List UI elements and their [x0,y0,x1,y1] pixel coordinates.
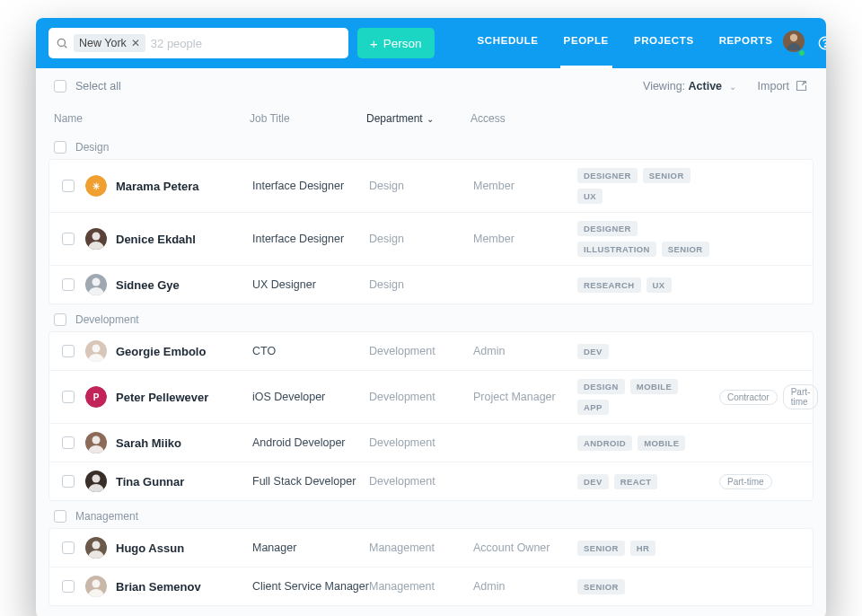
status-pill: Contractor [719,390,778,405]
status-pill: Part-time [783,384,819,409]
person-name: Denice Ekdahl [116,233,196,246]
job-title: Manager [252,541,369,554]
group-checkbox[interactable] [54,313,66,326]
tag: ILLUSTRATION [577,242,656,257]
help-icon[interactable] [817,35,826,51]
tag-list: DESIGNERSENIORUX [577,168,712,204]
job-title: Android Developer [252,436,369,449]
top-bar: New York ✕ 32 people + Person SCHEDULEPE… [36,18,826,68]
tag-list: DEVREACT [577,474,712,489]
table-row[interactable]: Brian Semenov Client Service Manager Man… [49,568,813,605]
department: Development [369,436,473,449]
row-checkbox[interactable] [62,436,75,449]
person-avatar: P [85,386,107,408]
svg-point-8 [92,278,101,286]
col-name[interactable]: Name [54,112,250,125]
search-result-count: 32 people [151,37,202,50]
table-row[interactable]: Sarah Miiko Android Developer Developmen… [49,424,813,462]
person-avatar: ✳ [85,175,107,197]
nav-schedule[interactable]: SCHEDULE [476,26,541,60]
access-level: Admin [473,345,577,357]
nav-people[interactable]: PEOPLE [562,26,611,60]
department: Management [369,580,473,593]
group-checkbox[interactable] [54,510,66,523]
chevron-down-icon: ⌄ [427,114,434,124]
access-level: Project Manager [473,391,577,403]
group-header: Design [36,132,826,159]
group-checkbox[interactable] [54,141,66,154]
close-icon[interactable]: ✕ [131,37,140,49]
nav-projects[interactable]: PROJECTS [632,26,696,60]
person-name: Georgie Embolo [116,345,206,358]
person-name: Hugo Assun [116,541,184,555]
row-checkbox[interactable] [62,475,75,488]
person-name: Sidnee Gye [116,278,180,292]
tag-list: SENIORHR [577,541,712,556]
col-job[interactable]: Job Title [250,112,366,125]
table-row[interactable]: Georgie Embolo CTO Development Admin DEV [49,332,813,371]
svg-point-0 [57,39,65,46]
tag: SENIOR [662,242,709,257]
select-all-checkbox[interactable] [54,80,66,92]
table-row[interactable]: ✳ Marama Petera Interface Designer Desig… [49,160,813,213]
tag: ANDROID [577,436,632,451]
table-row[interactable]: P Peter Pellewever iOS Developer Develop… [49,371,813,424]
plus-icon: + [370,37,378,50]
table-row[interactable]: Hugo Assun Manager Management Account Ow… [49,529,813,568]
tag: RESEARCH [577,277,641,293]
search-filter-chip[interactable]: New York ✕ [74,34,145,52]
tag: APP [577,400,609,415]
row-checkbox[interactable] [62,233,75,245]
viewing-filter[interactable]: Viewing: Active ⌄ [643,80,736,92]
viewing-label: Viewing: [643,80,685,92]
tag-list: DESIGNMOBILEAPP [577,379,712,415]
col-department[interactable]: Department ⌄ [366,112,471,125]
tag: DESIGNER [577,221,638,236]
row-checkbox[interactable] [62,345,75,357]
row-checkbox[interactable] [62,180,75,192]
import-icon [795,79,808,92]
tag-list: RESEARCHUX [577,277,712,293]
search-chip-label: New York [79,37,127,49]
tag: DEV [577,344,609,359]
svg-point-10 [92,345,101,353]
select-all-label[interactable]: Select all [75,80,121,92]
person-name: Marama Petera [116,180,199,193]
add-button-label: Person [383,37,422,50]
person-name: Sarah Miiko [116,436,181,450]
tag: DEV [577,474,609,489]
access-level: Account Owner [473,541,577,554]
column-headers: Name Job Title Department ⌄ Access [36,100,826,132]
department: Design [369,233,473,245]
group-name: Design [75,141,109,154]
current-user-avatar[interactable] [783,31,805,56]
import-button[interactable]: Import [758,79,808,92]
person-name: Brian Semenov [116,580,201,594]
search-input[interactable]: New York ✕ 32 people [48,28,348,58]
tag: DESIGNER [577,168,638,183]
table-row[interactable]: Denice Ekdahl Interface Designer Design … [49,213,813,266]
svg-point-18 [92,580,101,588]
row-checkbox[interactable] [62,278,75,291]
tag: MOBILE [630,379,678,394]
app-window: New York ✕ 32 people + Person SCHEDULEPE… [36,18,826,616]
add-person-button[interactable]: + Person [357,28,435,58]
col-access[interactable]: Access [471,112,575,125]
row-checkbox[interactable] [62,580,75,593]
group-header: Development [36,304,826,331]
table-row[interactable]: Sidnee Gye UX Designer Design RESEARCHUX [49,266,813,304]
row-checkbox[interactable] [62,541,75,554]
table-row[interactable]: Tina Gunnar Full Stack Developer Develop… [49,462,813,500]
person-avatar [85,228,107,250]
svg-point-4 [825,46,826,47]
row-checkbox[interactable] [62,391,75,403]
person-avatar [85,432,107,453]
job-title: Interface Designer [252,233,369,245]
tag: UX [577,189,603,204]
tag: UX [646,277,672,293]
access-level: Member [473,180,577,192]
person-avatar [85,274,107,295]
tag: HR [630,541,656,556]
nav-reports[interactable]: REPORTS [717,26,775,60]
department: Management [369,541,473,554]
